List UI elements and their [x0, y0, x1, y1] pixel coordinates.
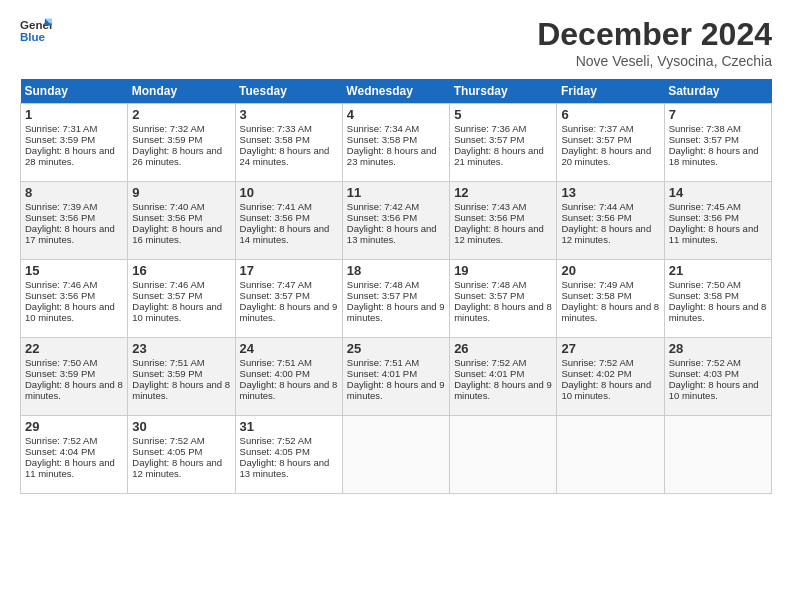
col-friday: Friday [557, 79, 664, 104]
title-block: December 2024 Nove Veseli, Vysocina, Cze… [537, 16, 772, 69]
table-cell [664, 416, 771, 494]
table-cell: 29Sunrise: 7:52 AMSunset: 4:04 PMDayligh… [21, 416, 128, 494]
col-monday: Monday [128, 79, 235, 104]
day-number: 27 [561, 341, 659, 356]
day-number: 5 [454, 107, 552, 122]
day-number: 6 [561, 107, 659, 122]
location: Nove Veseli, Vysocina, Czechia [537, 53, 772, 69]
day-number: 22 [25, 341, 123, 356]
table-cell: 31Sunrise: 7:52 AMSunset: 4:05 PMDayligh… [235, 416, 342, 494]
col-saturday: Saturday [664, 79, 771, 104]
table-cell: 21Sunrise: 7:50 AMSunset: 3:58 PMDayligh… [664, 260, 771, 338]
table-cell: 2Sunrise: 7:32 AMSunset: 3:59 PMDaylight… [128, 104, 235, 182]
table-cell: 27Sunrise: 7:52 AMSunset: 4:02 PMDayligh… [557, 338, 664, 416]
table-row: 29Sunrise: 7:52 AMSunset: 4:04 PMDayligh… [21, 416, 772, 494]
table-cell: 3Sunrise: 7:33 AMSunset: 3:58 PMDaylight… [235, 104, 342, 182]
day-number: 25 [347, 341, 445, 356]
col-tuesday: Tuesday [235, 79, 342, 104]
day-number: 16 [132, 263, 230, 278]
table-row: 1Sunrise: 7:31 AMSunset: 3:59 PMDaylight… [21, 104, 772, 182]
table-cell: 6Sunrise: 7:37 AMSunset: 3:57 PMDaylight… [557, 104, 664, 182]
logo: General Blue [20, 16, 52, 44]
day-number: 21 [669, 263, 767, 278]
day-number: 1 [25, 107, 123, 122]
table-cell: 16Sunrise: 7:46 AMSunset: 3:57 PMDayligh… [128, 260, 235, 338]
table-cell: 14Sunrise: 7:45 AMSunset: 3:56 PMDayligh… [664, 182, 771, 260]
calendar-table: Sunday Monday Tuesday Wednesday Thursday… [20, 79, 772, 494]
table-cell: 18Sunrise: 7:48 AMSunset: 3:57 PMDayligh… [342, 260, 449, 338]
day-number: 29 [25, 419, 123, 434]
day-number: 11 [347, 185, 445, 200]
day-number: 14 [669, 185, 767, 200]
day-number: 3 [240, 107, 338, 122]
day-number: 10 [240, 185, 338, 200]
day-number: 19 [454, 263, 552, 278]
day-number: 28 [669, 341, 767, 356]
day-number: 31 [240, 419, 338, 434]
table-cell [342, 416, 449, 494]
table-cell: 19Sunrise: 7:48 AMSunset: 3:57 PMDayligh… [450, 260, 557, 338]
table-cell: 15Sunrise: 7:46 AMSunset: 3:56 PMDayligh… [21, 260, 128, 338]
day-number: 13 [561, 185, 659, 200]
table-cell: 24Sunrise: 7:51 AMSunset: 4:00 PMDayligh… [235, 338, 342, 416]
table-cell: 1Sunrise: 7:31 AMSunset: 3:59 PMDaylight… [21, 104, 128, 182]
table-cell: 28Sunrise: 7:52 AMSunset: 4:03 PMDayligh… [664, 338, 771, 416]
table-cell: 7Sunrise: 7:38 AMSunset: 3:57 PMDaylight… [664, 104, 771, 182]
day-number: 24 [240, 341, 338, 356]
day-number: 12 [454, 185, 552, 200]
table-cell: 12Sunrise: 7:43 AMSunset: 3:56 PMDayligh… [450, 182, 557, 260]
day-number: 17 [240, 263, 338, 278]
table-cell: 10Sunrise: 7:41 AMSunset: 3:56 PMDayligh… [235, 182, 342, 260]
table-cell: 5Sunrise: 7:36 AMSunset: 3:57 PMDaylight… [450, 104, 557, 182]
col-thursday: Thursday [450, 79, 557, 104]
day-number: 2 [132, 107, 230, 122]
day-number: 7 [669, 107, 767, 122]
day-number: 8 [25, 185, 123, 200]
header-row: Sunday Monday Tuesday Wednesday Thursday… [21, 79, 772, 104]
table-row: 22Sunrise: 7:50 AMSunset: 3:59 PMDayligh… [21, 338, 772, 416]
day-number: 26 [454, 341, 552, 356]
table-cell: 11Sunrise: 7:42 AMSunset: 3:56 PMDayligh… [342, 182, 449, 260]
day-number: 20 [561, 263, 659, 278]
table-cell: 25Sunrise: 7:51 AMSunset: 4:01 PMDayligh… [342, 338, 449, 416]
col-sunday: Sunday [21, 79, 128, 104]
table-cell: 23Sunrise: 7:51 AMSunset: 3:59 PMDayligh… [128, 338, 235, 416]
table-cell: 22Sunrise: 7:50 AMSunset: 3:59 PMDayligh… [21, 338, 128, 416]
month-title: December 2024 [537, 16, 772, 53]
day-number: 4 [347, 107, 445, 122]
col-wednesday: Wednesday [342, 79, 449, 104]
page: General Blue December 2024 Nove Veseli, … [0, 0, 792, 504]
table-cell: 30Sunrise: 7:52 AMSunset: 4:05 PMDayligh… [128, 416, 235, 494]
svg-text:Blue: Blue [20, 31, 46, 43]
table-cell [450, 416, 557, 494]
day-number: 15 [25, 263, 123, 278]
table-cell: 20Sunrise: 7:49 AMSunset: 3:58 PMDayligh… [557, 260, 664, 338]
table-cell: 8Sunrise: 7:39 AMSunset: 3:56 PMDaylight… [21, 182, 128, 260]
day-number: 23 [132, 341, 230, 356]
day-number: 9 [132, 185, 230, 200]
table-cell: 17Sunrise: 7:47 AMSunset: 3:57 PMDayligh… [235, 260, 342, 338]
header: General Blue December 2024 Nove Veseli, … [20, 16, 772, 69]
logo-icon: General Blue [20, 16, 52, 44]
table-row: 8Sunrise: 7:39 AMSunset: 3:56 PMDaylight… [21, 182, 772, 260]
table-cell: 9Sunrise: 7:40 AMSunset: 3:56 PMDaylight… [128, 182, 235, 260]
table-cell: 26Sunrise: 7:52 AMSunset: 4:01 PMDayligh… [450, 338, 557, 416]
table-row: 15Sunrise: 7:46 AMSunset: 3:56 PMDayligh… [21, 260, 772, 338]
table-cell [557, 416, 664, 494]
table-cell: 4Sunrise: 7:34 AMSunset: 3:58 PMDaylight… [342, 104, 449, 182]
day-number: 30 [132, 419, 230, 434]
day-number: 18 [347, 263, 445, 278]
table-cell: 13Sunrise: 7:44 AMSunset: 3:56 PMDayligh… [557, 182, 664, 260]
